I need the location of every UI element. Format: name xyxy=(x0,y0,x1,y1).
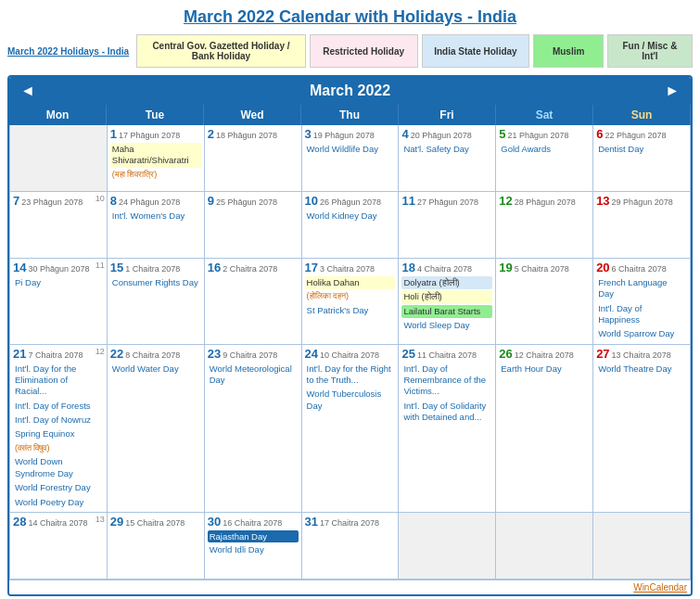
day-number: 28 xyxy=(13,515,26,529)
event-item: Lailatul Barat Starts xyxy=(401,305,492,318)
lunar-date: 17 Chaitra 2078 xyxy=(320,518,379,528)
lunar-date: 2 Chaitra 2078 xyxy=(223,264,277,274)
day-cell-29: 2915 Chaitra 2078 xyxy=(108,513,205,580)
lunar-date: 18 Phāgun 2078 xyxy=(216,131,277,140)
day-cell-26: 2612 Chaitra 2078Earth Hour Day xyxy=(496,345,593,513)
lunar-date: 23 Phāgun 2078 xyxy=(21,198,83,207)
day-cell-empty xyxy=(10,125,108,192)
lunar-date: 19 Phāgun 2078 xyxy=(313,131,375,140)
week-row-3: 217 Chaitra 2078Int'l. Day for the Elimi… xyxy=(9,345,691,513)
event-item: World Poetry Day xyxy=(13,496,104,509)
event-item: World Sleep Day xyxy=(401,319,492,332)
legend-label: March 2022 Holidays - India xyxy=(7,46,129,57)
day-cell-31: 3117 Chaitra 2078 xyxy=(302,513,400,580)
event-item: World Meteorological Day xyxy=(208,363,299,388)
legend-fun: Fun / Misc & Int'l xyxy=(607,34,693,68)
day-cell-empty xyxy=(399,513,496,580)
event-item: Dolyatra (होली) xyxy=(401,276,492,289)
day-number: 21 xyxy=(13,347,26,361)
day-cell-28: 2814 Chaitra 207813 xyxy=(10,513,108,580)
day-number: 22 xyxy=(110,347,123,361)
event-item: St Patrick's Day xyxy=(305,304,396,317)
day-number: 27 xyxy=(596,347,609,361)
day-number: 7 xyxy=(13,194,19,208)
day-number: 2 xyxy=(208,127,214,141)
event-item: World Forestry Day xyxy=(13,481,104,494)
calendar-footer: WinCalendar xyxy=(9,580,691,594)
lunar-date: 7 Chaitra 2078 xyxy=(28,350,83,360)
event-item: Pi Day xyxy=(13,276,104,289)
event-item: Dentist Day xyxy=(596,143,687,156)
event-item: (महा शिवरात्रि) xyxy=(110,169,201,182)
legend-row: March 2022 Holidays - India Central Gov.… xyxy=(7,34,693,68)
event-item: Holika Dahan xyxy=(305,276,396,289)
event-item: World Wildlife Day xyxy=(305,143,396,156)
legend-state: India State Holiday xyxy=(422,34,530,68)
event-item: Int'l. Day of Solidarity with Detained a… xyxy=(401,400,492,425)
day-cell-30: 3016 Chaitra 2078Rajasthan DayWorld Idli… xyxy=(205,513,302,580)
week-row-2: 1430 Phāgun 2078Pi Day11151 Chaitra 2078… xyxy=(9,259,691,345)
day-cell-11: 1127 Phāgun 2078 xyxy=(399,192,496,259)
lunar-date: 13 Chaitra 2078 xyxy=(612,350,671,360)
event-item: Maha Shivaratri/Shivaratri xyxy=(110,143,201,168)
week-number: 12 xyxy=(95,347,105,356)
days-header: MonTueWedThuFriSatSun xyxy=(9,105,691,125)
event-item: World Down Syndrome Day xyxy=(13,455,104,480)
day-cell-empty xyxy=(496,513,593,580)
lunar-date: 6 Chaitra 2078 xyxy=(612,264,667,274)
day-name-thu: Thu xyxy=(301,105,399,125)
day-number: 19 xyxy=(499,261,512,274)
day-number: 12 xyxy=(499,194,512,208)
footer-link[interactable]: WinCalendar xyxy=(633,582,687,593)
day-cell-23: 239 Chaitra 2078World Meteorological Day xyxy=(205,345,302,513)
day-number: 18 xyxy=(401,261,414,274)
event-item: Int'l. Day for the Right to the Truth... xyxy=(305,363,396,388)
day-number: 5 xyxy=(499,127,505,141)
lunar-date: 29 Phāgun 2078 xyxy=(612,198,673,207)
week-row-4: 2814 Chaitra 2078132915 Chaitra 20783016… xyxy=(9,513,691,580)
week-number: 10 xyxy=(95,194,105,203)
lunar-date: 17 Phāgun 2078 xyxy=(119,131,180,140)
event-item: French Language Day xyxy=(596,276,687,301)
lunar-date: 3 Chaitra 2078 xyxy=(320,264,375,274)
lunar-date: 14 Chaitra 2078 xyxy=(28,518,87,528)
event-item: Int'l. Women's Day xyxy=(110,210,201,223)
lunar-date: 25 Phāgun 2078 xyxy=(216,198,277,207)
day-cell-20: 206 Chaitra 2078French Language DayInt'l… xyxy=(593,259,691,345)
day-number: 8 xyxy=(110,194,117,208)
lunar-date: 8 Chaitra 2078 xyxy=(125,350,180,360)
calendar-month-title: March 2022 xyxy=(310,83,390,99)
lunar-date: 24 Phāgun 2078 xyxy=(119,198,180,207)
lunar-date: 22 Phāgun 2078 xyxy=(605,131,666,140)
day-number: 25 xyxy=(401,347,414,361)
lunar-date: 9 Chaitra 2078 xyxy=(223,350,277,360)
day-number: 31 xyxy=(305,515,318,529)
legend-muslim: Muslim xyxy=(533,34,604,68)
day-number: 23 xyxy=(208,347,221,361)
day-cell-14: 1430 Phāgun 2078Pi Day11 xyxy=(10,259,108,345)
day-number: 17 xyxy=(305,261,318,274)
week-number: 11 xyxy=(95,261,105,270)
week-number: 13 xyxy=(95,515,105,524)
event-item: (होलिका दहन) xyxy=(305,290,396,303)
day-cell-18: 184 Chaitra 2078Dolyatra (होली)Holi (होल… xyxy=(399,259,496,345)
lunar-date: 28 Phāgun 2078 xyxy=(515,198,576,207)
day-name-sat: Sat xyxy=(496,105,593,125)
day-name-sun: Sun xyxy=(593,105,691,125)
day-cell-13: 1329 Phāgun 2078 xyxy=(593,192,691,259)
day-cell-3: 319 Phāgun 2078World Wildlife Day xyxy=(302,125,400,192)
lunar-date: 4 Chaitra 2078 xyxy=(417,264,472,274)
prev-month-button[interactable]: ◄ xyxy=(20,83,35,99)
day-name-tue: Tue xyxy=(107,105,204,125)
day-number: 6 xyxy=(596,127,603,141)
lunar-date: 20 Phāgun 2078 xyxy=(411,131,472,140)
next-month-button[interactable]: ► xyxy=(665,83,680,99)
day-cell-16: 162 Chaitra 2078 xyxy=(205,259,302,345)
day-cell-12: 1228 Phāgun 2078 xyxy=(496,192,593,259)
day-name-wed: Wed xyxy=(204,105,301,125)
day-cell-7: 723 Phāgun 207810 xyxy=(10,192,108,259)
day-number: 20 xyxy=(596,261,609,274)
calendar-grid: 117 Phāgun 2078Maha Shivaratri/Shivaratr… xyxy=(9,125,691,580)
day-cell-6: 622 Phāgun 2078Dentist Day xyxy=(593,125,691,192)
day-number: 14 xyxy=(13,261,26,274)
